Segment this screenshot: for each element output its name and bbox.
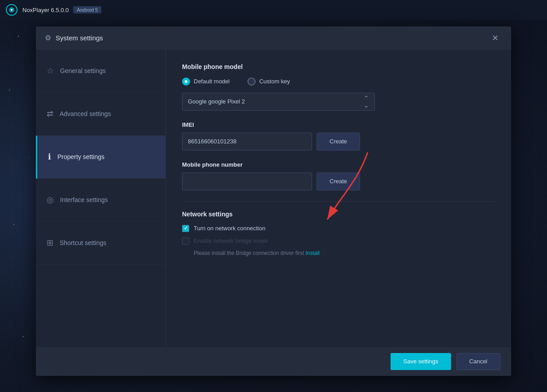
sidebar-item-property[interactable]: ℹ Property settings xyxy=(36,136,165,179)
sidebar-label-shortcut: Shortcut settings xyxy=(60,239,106,246)
sidebar-item-general[interactable]: ☆ General settings xyxy=(36,50,165,93)
radio-default-label: Default model xyxy=(194,78,230,85)
sidebar-label-advanced: Advanced settings xyxy=(60,110,111,117)
settings-modal: ⚙ System settings ✕ ☆ General settings ⇄… xyxy=(36,26,511,376)
checkmark-icon: ✓ xyxy=(184,225,188,231)
sidebar-item-advanced[interactable]: ⇄ Advanced settings xyxy=(36,93,165,136)
section-divider xyxy=(182,201,495,202)
sidebar-label-property: Property settings xyxy=(57,153,104,160)
modal-body: ☆ General settings ⇄ Advanced settings ℹ… xyxy=(36,50,511,347)
imei-field-group: IMEI Create xyxy=(182,121,495,151)
phone-number-input-row: Create xyxy=(182,172,495,190)
interface-icon: ◎ xyxy=(47,195,54,205)
phone-number-input[interactable] xyxy=(182,172,312,190)
imei-input[interactable] xyxy=(182,133,312,151)
imei-label: IMEI xyxy=(182,121,495,128)
install-note: Please install the Bridge connection dri… xyxy=(194,250,495,256)
radio-default-circle xyxy=(182,78,190,86)
radio-custom-circle xyxy=(247,78,256,86)
sidebar-label-general: General settings xyxy=(60,67,106,74)
bridge-mode-checkbox[interactable] xyxy=(182,237,189,245)
bridge-mode-checkbox-row[interactable]: Enable network bridge mode xyxy=(182,237,495,245)
close-button[interactable]: ✕ xyxy=(488,31,502,45)
network-connection-checkbox[interactable]: ✓ xyxy=(182,225,189,232)
shortcut-icon: ⊞ xyxy=(47,238,53,248)
phone-number-label: Mobile phone number xyxy=(182,161,495,168)
dropdown-value: Google google Pixel 2 xyxy=(188,98,364,105)
install-link[interactable]: Install xyxy=(305,250,319,256)
radio-custom-label: Custom key xyxy=(259,78,290,85)
property-icon: ℹ xyxy=(48,152,51,162)
bridge-mode-label: Enable network bridge mode xyxy=(194,237,268,244)
sidebar-label-interface: Interface settings xyxy=(60,196,108,203)
network-title: Network settings xyxy=(182,211,495,218)
cancel-button[interactable]: Cancel xyxy=(456,353,500,370)
modal-header: ⚙ System settings ✕ xyxy=(36,26,511,50)
settings-icon: ⚙ xyxy=(45,34,51,42)
phone-model-title: Mobile phone model xyxy=(182,63,495,70)
main-content: Mobile phone model Default model Custom … xyxy=(166,50,511,347)
modal-footer: Save settings Cancel xyxy=(36,347,511,376)
phone-model-dropdown[interactable]: Google google Pixel 2 ⌃⌄ xyxy=(182,93,375,111)
imei-create-button[interactable]: Create xyxy=(317,133,360,151)
phone-number-field-group: Mobile phone number Create xyxy=(182,161,495,190)
network-connection-checkbox-row[interactable]: ✓ Turn on network connection xyxy=(182,225,495,232)
sidebar-item-shortcut[interactable]: ⊞ Shortcut settings xyxy=(36,222,165,265)
sidebar: ☆ General settings ⇄ Advanced settings ℹ… xyxy=(36,50,166,347)
advanced-icon: ⇄ xyxy=(47,109,53,119)
network-connection-label: Turn on network connection xyxy=(194,225,265,232)
sidebar-item-interface[interactable]: ◎ Interface settings xyxy=(36,179,165,222)
radio-custom-key[interactable]: Custom key xyxy=(247,78,290,86)
radio-default-model[interactable]: Default model xyxy=(182,78,230,86)
modal-title: System settings xyxy=(56,34,488,42)
general-icon: ☆ xyxy=(47,66,54,76)
phone-create-button[interactable]: Create xyxy=(317,172,360,190)
dropdown-arrow-icon: ⌃⌄ xyxy=(364,95,369,109)
radio-group-phone-model: Default model Custom key xyxy=(182,78,495,86)
modal-overlay: ⚙ System settings ✕ ☆ General settings ⇄… xyxy=(0,0,547,392)
save-settings-button[interactable]: Save settings xyxy=(391,353,451,370)
imei-input-row: Create xyxy=(182,133,495,151)
